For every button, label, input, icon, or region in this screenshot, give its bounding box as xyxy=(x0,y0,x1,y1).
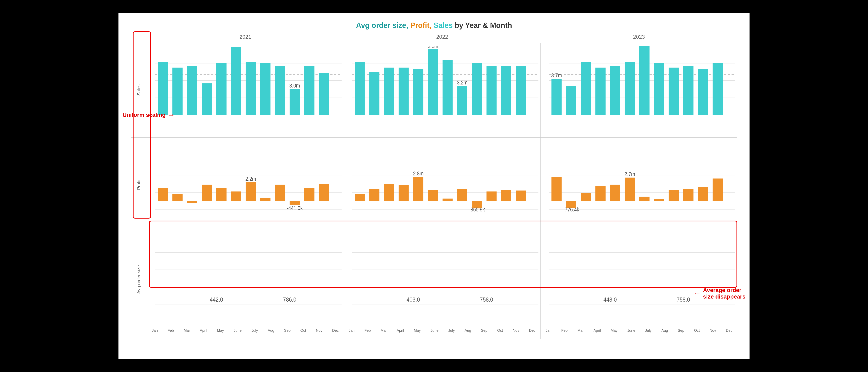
svg-text:403.0: 403.0 xyxy=(406,296,420,303)
month-sep-2022: Sep xyxy=(481,329,487,333)
svg-rect-52 xyxy=(610,66,620,115)
month-dec-2022: Dec xyxy=(529,329,535,333)
avg-2023-cell: 448.0 758.0 xyxy=(541,232,737,327)
avg-2021-chart: 442.0 786.0 6m 4m 2m 0 xyxy=(155,235,342,321)
svg-rect-18 xyxy=(319,73,329,115)
svg-text:5.9m: 5.9m xyxy=(231,46,241,47)
svg-rect-28 xyxy=(354,62,365,115)
uniform-scaling-text: Uniform scaling xyxy=(123,112,166,118)
svg-rect-59 xyxy=(698,69,708,115)
svg-rect-75 xyxy=(275,185,285,201)
month-jan-2022: Jan xyxy=(349,329,354,333)
svg-text:786.0: 786.0 xyxy=(283,296,296,303)
svg-rect-102 xyxy=(516,190,526,201)
svg-rect-53 xyxy=(625,62,635,115)
month-jul-2021: July xyxy=(251,329,258,333)
svg-rect-92 xyxy=(399,185,409,201)
uniform-scaling-arrow: → xyxy=(168,111,175,119)
svg-rect-117 xyxy=(654,199,664,201)
svg-rect-40 xyxy=(501,66,512,115)
svg-rect-30 xyxy=(384,68,394,115)
month-aug-2023: Aug xyxy=(661,329,668,333)
svg-rect-69 xyxy=(202,185,212,201)
svg-rect-96 xyxy=(442,198,453,201)
svg-rect-97 xyxy=(457,189,467,201)
svg-rect-101 xyxy=(501,190,512,201)
profit-row-label: Profit xyxy=(136,180,142,190)
title-rest: by Year & Month xyxy=(455,21,512,30)
svg-rect-70 xyxy=(216,188,226,201)
month-dec-2023: Dec xyxy=(726,329,733,333)
svg-rect-7 xyxy=(187,66,197,115)
svg-rect-74 xyxy=(260,197,271,201)
profit-2023-chart: -776.4k 2.7m xyxy=(549,141,735,227)
main-container: Avg order size, Profit, Sales by Year & … xyxy=(0,0,868,372)
svg-rect-113 xyxy=(610,185,620,201)
svg-rect-38 xyxy=(472,63,482,115)
svg-rect-41 xyxy=(516,66,526,115)
svg-rect-14 xyxy=(275,66,285,115)
svg-rect-32 xyxy=(413,69,424,115)
avg-arrow-left: ← xyxy=(693,289,701,298)
avg-disappears-text-1: Average order xyxy=(703,287,741,293)
avg-disappears-annotation: ← Average order size disappears xyxy=(693,287,745,300)
month-sep-2023: Sep xyxy=(678,329,684,333)
profit-2021-cell: 2.2m -441.0k xyxy=(147,137,344,232)
svg-rect-17 xyxy=(304,66,314,115)
svg-rect-119 xyxy=(683,189,693,201)
sales-2021-cell: 5.9m 3.0m xyxy=(147,43,344,137)
year-2023-header: 2023 xyxy=(540,34,737,43)
month-sep-2021: Sep xyxy=(284,329,290,333)
svg-rect-111 xyxy=(581,193,591,201)
month-feb-2022: Feb xyxy=(364,329,371,333)
svg-text:758.0: 758.0 xyxy=(480,296,493,303)
month-oct-2022: Oct xyxy=(497,329,503,333)
svg-text:3.2m: 3.2m xyxy=(457,80,468,86)
svg-rect-51 xyxy=(595,68,606,115)
month-aug-2022: Aug xyxy=(465,329,471,333)
month-nov-2022: Nov xyxy=(513,329,519,333)
month-mar-2021: Mar xyxy=(184,329,190,333)
svg-text:3.7m: 3.7m xyxy=(551,72,562,79)
svg-rect-13 xyxy=(260,63,271,115)
month-apr-2021: April xyxy=(200,329,207,333)
profit-2022-chart: 2.8m -865.9k xyxy=(352,141,538,227)
svg-text:2.7m: 2.7m xyxy=(624,171,635,177)
svg-text:448.0: 448.0 xyxy=(603,296,617,303)
svg-text:3.0m: 3.0m xyxy=(289,83,300,89)
profit-2021-chart: 2.2m -441.0k xyxy=(155,141,342,227)
svg-rect-89 xyxy=(354,194,365,201)
avg-2022-cell: 403.0 758.0 xyxy=(344,232,541,327)
chart-area: Avg order size, Profit, Sales by Year & … xyxy=(119,13,749,359)
sales-2022-cell: 5.8m 3.2m xyxy=(344,43,541,137)
chart-title: Avg order size, Profit, Sales by Year & … xyxy=(131,19,737,30)
svg-rect-12 xyxy=(246,62,256,115)
svg-rect-36 xyxy=(457,86,467,115)
svg-rect-72 xyxy=(246,182,256,201)
svg-rect-116 xyxy=(640,197,650,201)
svg-rect-8 xyxy=(202,83,212,115)
svg-rect-56 xyxy=(654,63,664,115)
svg-rect-79 xyxy=(319,184,329,201)
svg-rect-66 xyxy=(158,188,168,201)
month-nov-2021: Nov xyxy=(316,329,322,333)
avg-row-label: Avg order size xyxy=(136,265,142,293)
svg-rect-76 xyxy=(290,201,300,205)
month-jun-2023: June xyxy=(627,329,635,333)
svg-rect-33 xyxy=(428,49,438,115)
month-mar-2022: Mar xyxy=(380,329,387,333)
svg-rect-54 xyxy=(640,46,650,115)
svg-rect-112 xyxy=(595,186,606,201)
sales-2023-chart: 3.7m 6 xyxy=(549,46,735,132)
month-nov-2023: Nov xyxy=(710,329,716,333)
title-avg: Avg order size, xyxy=(356,21,408,30)
svg-text:5.8m: 5.8m xyxy=(428,46,438,49)
month-jun-2022: June xyxy=(431,329,438,333)
svg-text:6.0m: 6.0m xyxy=(639,46,650,46)
avg-2022-chart: 403.0 758.0 xyxy=(352,235,538,321)
month-may-2021: May xyxy=(217,329,224,333)
svg-rect-118 xyxy=(669,190,679,201)
svg-rect-67 xyxy=(173,194,183,201)
month-may-2023: May xyxy=(611,329,618,333)
svg-rect-5 xyxy=(158,62,168,115)
